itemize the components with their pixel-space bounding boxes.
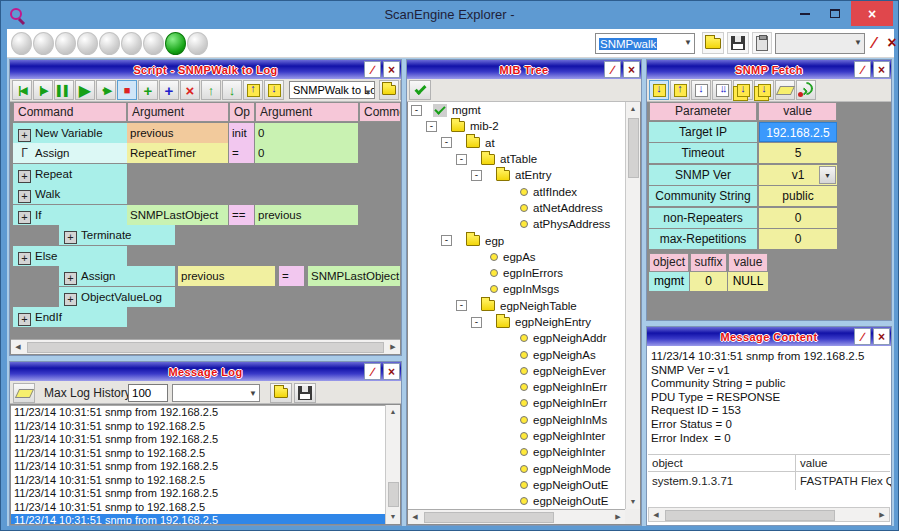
maximize-button[interactable] [822,1,848,26]
collapse-toggle[interactable]: - [471,317,482,328]
param-value[interactable]: 0 [759,208,837,228]
profile-select[interactable]: ▼ [775,33,865,54]
expand-toggle[interactable]: + [64,231,77,244]
log-file-select[interactable]: ▼ [172,384,260,402]
tree-item[interactable]: - egpNeighAs [408,346,625,362]
tree-item[interactable]: - egpNeighOutE [408,493,625,509]
argument-cell[interactable]: previous [127,123,228,143]
scroll-left-icon[interactable]: ◀ [11,340,25,354]
collapse-toggle[interactable]: - [426,121,437,132]
expand-toggle[interactable]: + [18,170,31,183]
tree-item[interactable]: - atNetAddress [408,200,625,216]
argument-cell[interactable]: 0 [255,143,358,163]
get-bulk-button[interactable]: ↓ [754,80,774,100]
log-entry[interactable]: 11/23/14 10:31:51 snmp from 192.168.2.5 [11,460,400,474]
add-command-button[interactable]: + [138,80,158,100]
tree-item[interactable]: - egpNeighEver [408,363,625,379]
horizontal-scrollbar[interactable]: ◀ ▶ [648,507,890,522]
tree-item[interactable]: - egpAs [408,249,625,265]
vertical-scrollbar[interactable]: ▲ ▼ [385,405,400,524]
run-button[interactable]: ▶ [75,80,95,100]
minimize-button[interactable] [792,1,818,26]
tree-item[interactable]: - egpNeighInErr [408,379,625,395]
tree-item[interactable]: - egpNeighEntry [408,314,625,330]
tree-item[interactable]: - egpNeighOutE [408,477,625,493]
scrollbar-thumb[interactable] [424,512,554,523]
param-value[interactable]: 5 [759,143,837,163]
scroll-right-icon[interactable]: ▶ [386,340,400,354]
log-entry[interactable]: 11/23/14 10:31:51 snmp from 192.168.2.5 [11,514,400,524]
delete-button[interactable]: × [883,31,899,55]
argument-cell[interactable]: RepeatTimer [127,143,228,163]
scroll-down-icon[interactable]: ▼ [626,495,640,509]
clear-button[interactable] [775,80,795,100]
open-script-button[interactable] [702,32,724,54]
tree-item[interactable]: - atEntry [408,167,625,183]
collapse-toggle[interactable]: - [441,235,452,246]
tree-item[interactable]: - egpNeighTable [408,298,625,314]
move-up-button[interactable]: ↑ [201,80,221,100]
argument-cell[interactable]: 0 [255,123,358,143]
tree-item[interactable]: - mgmt [408,102,625,118]
log-entry[interactable]: 11/23/14 10:31:51 snmp from 192.168.2.5 [11,406,400,420]
param-value[interactable]: 0 [759,229,837,249]
clear-log-button[interactable] [13,383,35,403]
op-cell[interactable]: = [279,266,304,286]
expand-toggle[interactable]: + [18,129,31,142]
expand-toggle[interactable]: + [64,272,77,285]
expand-toggle[interactable]: + [18,313,31,326]
tree-item[interactable]: - egpNeighInter [408,444,625,460]
chevron-down-icon[interactable]: ▼ [364,85,372,99]
value-cell[interactable]: NULL [728,272,768,291]
move-down-button[interactable]: ↓ [222,80,242,100]
object-cell[interactable]: mgmt [649,272,689,291]
command-cell[interactable]: +ObjectValueLog [59,287,175,307]
op-cell[interactable]: init [229,123,254,143]
command-cell[interactable]: +Assign [59,266,175,286]
tree-item[interactable]: - atPhysAddress [408,216,625,232]
log-entry[interactable]: 11/23/14 10:31:51 snmp from 192.168.2.5 [11,487,400,501]
edit-panel-button[interactable]: ∕ [854,61,871,78]
edit-panel-button[interactable]: ∕ [364,61,381,78]
tree-item[interactable]: - at [408,135,625,151]
command-cell[interactable]: +Else [13,246,127,266]
chevron-down-icon[interactable]: ▼ [249,389,257,398]
save-script-button[interactable] [727,32,749,54]
expand-toggle[interactable]: + [18,211,31,224]
rewind-button[interactable]: |◀ [12,80,32,100]
get-button[interactable]: ↓ [649,80,669,100]
script-select[interactable]: SNMPwalk ▼ [595,33,695,54]
collapse-toggle[interactable]: - [441,137,452,148]
close-panel-button[interactable]: × [873,61,890,78]
scroll-left-icon[interactable]: ◀ [649,508,663,522]
collapse-toggle[interactable]: - [471,170,482,181]
scroll-right-icon[interactable]: ▶ [611,510,625,524]
scrollbar-thumb[interactable] [27,342,384,353]
command-cell[interactable]: +EndIf [13,307,127,327]
command-cell[interactable]: +Walk [13,184,127,204]
delete-command-button[interactable]: × [180,80,200,100]
poll-button[interactable] [796,80,816,100]
edit-panel-button[interactable]: ∕ [364,363,381,380]
scroll-up-icon[interactable]: ▲ [626,102,640,116]
tree-item[interactable]: - egpNeighInMs [408,412,625,428]
horizontal-scrollbar[interactable]: ◀ ▶ [408,509,625,524]
tree-item[interactable]: - egpNeighInErr [408,395,625,411]
scroll-right-icon[interactable]: ▶ [875,508,889,522]
walk-button[interactable]: ↓↓ [712,80,732,100]
edit-panel-button[interactable]: ∕ [854,328,871,345]
command-cell[interactable]: +If [13,205,127,225]
scroll-up-icon[interactable]: ▲ [386,405,400,419]
chevron-down-icon[interactable]: ▼ [684,38,692,47]
log-entry[interactable]: 11/23/14 10:31:51 snmp to 192.168.2.5 [11,474,400,488]
expand-toggle[interactable]: + [18,190,31,203]
close-panel-button[interactable]: × [383,61,400,78]
check-button[interactable] [409,80,431,100]
command-cell[interactable]: +New Variable [13,123,127,143]
tree-item[interactable]: - egpNeighInter [408,428,625,444]
log-entry[interactable]: 11/23/14 10:31:51 snmp from 192.168.2.5 [11,433,400,447]
close-panel-button[interactable]: × [873,328,890,345]
tree-item[interactable]: - egpInMsgs [408,281,625,297]
step-over-button[interactable]: ●▶ [96,80,116,100]
content-table-row[interactable]: system.9.1.3.71 FASTPATH Flex QO [648,473,890,490]
